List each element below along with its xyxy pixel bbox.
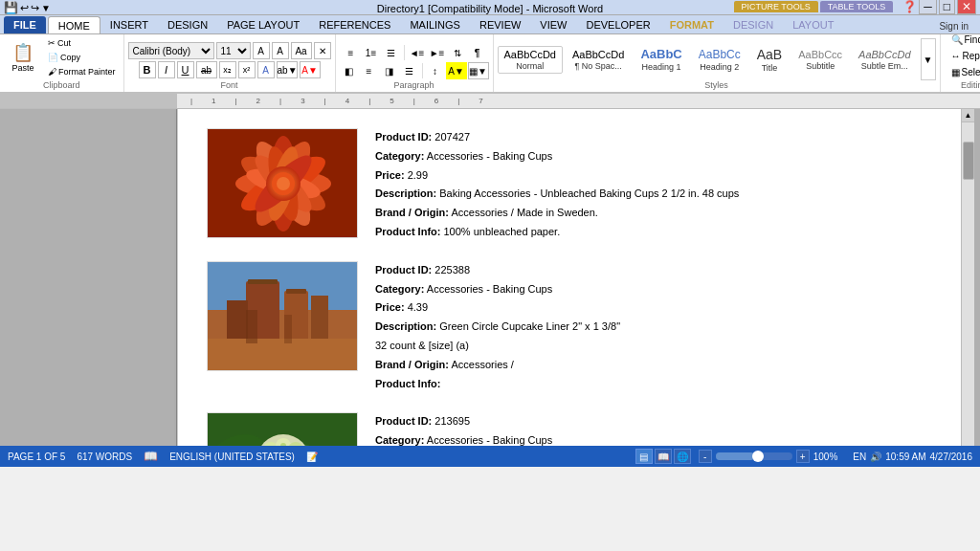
style-no-spacing[interactable]: AaBbCcDd¶ No Spac... xyxy=(566,46,631,74)
font-size-select[interactable]: 11 xyxy=(216,42,251,59)
svg-rect-22 xyxy=(311,296,328,343)
select-button[interactable]: ▦ Select xyxy=(947,65,981,79)
font-shrink-button[interactable]: A xyxy=(272,42,289,59)
replace-button[interactable]: ↔ Replace xyxy=(947,49,981,63)
redo-icon[interactable]: ↪ xyxy=(31,2,39,14)
system-icons: 🔊 xyxy=(870,452,881,462)
subscript-button[interactable]: x₂ xyxy=(219,61,236,78)
page-count: PAGE 1 OF 5 xyxy=(8,452,65,462)
zoom-slider-container[interactable]: - + 100% xyxy=(699,450,838,463)
product-description-2b: 32 count & [size] (a) xyxy=(375,337,932,356)
increase-indent-button[interactable]: ►≡ xyxy=(428,44,447,61)
align-right-button[interactable]: ◨ xyxy=(380,62,399,79)
sort-button[interactable]: ⇅ xyxy=(448,44,467,61)
editing-group: 🔍 Find ↔ Replace ▦ Select Editing xyxy=(941,34,981,92)
help-icon[interactable]: ❓ xyxy=(902,0,917,13)
page-content[interactable]: Product ID: 207427 Category: Accessories… xyxy=(177,109,961,446)
superscript-button[interactable]: x² xyxy=(238,61,256,78)
close-icon[interactable]: ✕ xyxy=(957,0,976,14)
numbering-button[interactable]: 1≡ xyxy=(362,44,381,61)
underline-button[interactable]: U xyxy=(177,61,194,78)
print-layout-button[interactable]: ▤ xyxy=(635,449,653,464)
style-title[interactable]: AaBTitle xyxy=(750,44,789,76)
line-spacing-button[interactable]: ↕ xyxy=(426,62,445,79)
tab-insert[interactable]: INSERT xyxy=(100,16,158,33)
bullets-button[interactable]: ≡ xyxy=(342,44,361,61)
font-grow-button[interactable]: A xyxy=(253,42,270,59)
text-effects-button[interactable]: A xyxy=(257,61,275,78)
ribbon-tabs: FILE HOME INSERT DESIGN PAGE LAYOUT REFE… xyxy=(0,15,980,34)
tab-view[interactable]: VIEW xyxy=(530,16,576,33)
product-id-3: Product ID: 213695 xyxy=(375,412,932,431)
ruler: |1|2|3|4|5|6|7 xyxy=(0,94,980,109)
paste-button[interactable]: 📋 Paste xyxy=(4,36,42,78)
clock: 10:59 AM xyxy=(885,452,925,462)
scroll-thumb[interactable] xyxy=(963,142,974,180)
style-heading1[interactable]: AaBbCHeading 1 xyxy=(634,44,688,75)
tab-review[interactable]: REVIEW xyxy=(470,16,530,33)
tab-home[interactable]: HOME xyxy=(48,16,100,33)
tab-design[interactable]: DESIGN xyxy=(158,16,217,33)
tab-references[interactable]: REFERENCES xyxy=(309,16,400,33)
tab-design2[interactable]: DESIGN xyxy=(724,16,783,33)
align-left-button[interactable]: ◧ xyxy=(340,62,359,79)
font-case-button[interactable]: Aa xyxy=(291,42,312,59)
shading-button[interactable]: A▼ xyxy=(446,62,467,79)
undo-icon[interactable]: ↩ xyxy=(20,2,29,14)
italic-button[interactable]: I xyxy=(158,61,175,78)
vertical-scrollbar[interactable]: ▲ xyxy=(961,109,974,446)
more-styles-button[interactable]: ▼ xyxy=(921,38,936,80)
zoom-in-button[interactable]: + xyxy=(796,450,810,463)
show-formatting-button[interactable]: ¶ xyxy=(468,44,487,61)
view-buttons: ▤ 📖 🌐 xyxy=(635,449,691,464)
read-mode-button[interactable]: 📖 xyxy=(655,449,672,464)
product-image-2 xyxy=(207,261,358,371)
tab-mailings[interactable]: MAILINGS xyxy=(400,16,470,33)
tab-developer[interactable]: DEVELOPER xyxy=(576,16,659,33)
tab-layout[interactable]: LAYOUT xyxy=(783,16,843,33)
align-center-button[interactable]: ≡ xyxy=(360,62,379,79)
strikethrough-button[interactable]: ab xyxy=(196,61,217,78)
style-subtle-em[interactable]: AaBbCcDdSubtle Em... xyxy=(852,46,917,74)
tab-format[interactable]: FORMAT xyxy=(660,16,724,33)
zoom-thumb[interactable] xyxy=(752,451,764,462)
web-layout-button[interactable]: 🌐 xyxy=(674,449,691,464)
justify-button[interactable]: ☰ xyxy=(400,62,419,79)
clear-format-button[interactable]: ✕ xyxy=(314,42,331,59)
editing-group-label: Editing xyxy=(961,80,980,90)
find-icon: 🔍 xyxy=(951,34,963,45)
quick-access-more-icon[interactable]: ▼ xyxy=(41,3,51,13)
left-margin xyxy=(0,109,177,446)
font-family-select[interactable]: Calibri (Body) xyxy=(128,42,214,59)
save-icon[interactable]: 💾 xyxy=(4,1,18,14)
date: 4/27/2016 xyxy=(930,452,973,462)
signin-button[interactable]: Sign in xyxy=(931,19,976,33)
tab-page-layout[interactable]: PAGE LAYOUT xyxy=(217,16,309,33)
decrease-indent-button[interactable]: ◄≡ xyxy=(408,44,427,61)
bold-button[interactable]: B xyxy=(139,61,156,78)
zoom-out-button[interactable]: - xyxy=(699,450,712,463)
cut-button[interactable]: ✂ Cut xyxy=(44,36,120,50)
border-button[interactable]: ▦▼ xyxy=(468,62,489,79)
product-brand-1: Brand / Origin: Accessories / Made in Sw… xyxy=(375,204,932,223)
restore-icon[interactable]: □ xyxy=(939,0,955,14)
format-painter-icon: 🖌 xyxy=(48,67,56,77)
style-heading2[interactable]: AaBbCcHeading 2 xyxy=(692,45,747,75)
paragraph-group-label: Paragraph xyxy=(394,80,434,90)
text-highlight-button[interactable]: ab▼ xyxy=(277,61,298,78)
style-subtitle[interactable]: AaBbCccSubtitle xyxy=(791,46,849,74)
language: ENGLISH (UNITED STATES) xyxy=(169,452,295,462)
document-area: Product ID: 207427 Category: Accessories… xyxy=(0,109,980,446)
system-tray: EN 🔊 10:59 AM 4/27/2016 xyxy=(853,452,972,462)
font-color-button[interactable]: A▼ xyxy=(300,61,321,78)
minimize-icon[interactable]: ─ xyxy=(919,0,937,14)
find-button[interactable]: 🔍 Find xyxy=(947,34,981,47)
copy-button[interactable]: 📄 Copy xyxy=(44,51,120,64)
style-normal[interactable]: AaBbCcDdNormal xyxy=(498,46,563,74)
tab-file[interactable]: FILE xyxy=(4,16,46,33)
scroll-up-button[interactable]: ▲ xyxy=(962,109,975,122)
format-painter-button[interactable]: 🖌 Format Painter xyxy=(44,65,120,78)
multilevel-button[interactable]: ☰ xyxy=(382,44,401,61)
zoom-bar[interactable] xyxy=(716,452,792,460)
product-info-2: Product ID: 225388 Category: Accessories… xyxy=(375,261,932,394)
